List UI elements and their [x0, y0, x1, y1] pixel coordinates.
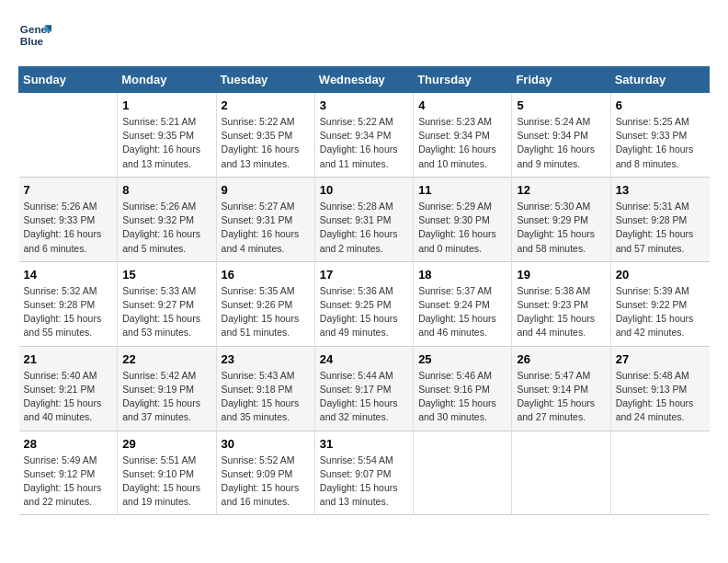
day-info: Sunrise: 5:40 AMSunset: 9:21 PMDaylight:… [24, 369, 113, 425]
day-number: 4 [418, 98, 506, 112]
week-row-3: 14Sunrise: 5:32 AMSunset: 9:28 PMDayligh… [19, 261, 710, 346]
day-info: Sunrise: 5:29 AMSunset: 9:30 PMDaylight:… [418, 200, 506, 256]
day-number: 31 [320, 437, 408, 451]
calendar-cell: 18Sunrise: 5:37 AMSunset: 9:24 PMDayligh… [414, 261, 512, 346]
day-info: Sunrise: 5:27 AMSunset: 9:31 PMDaylight:… [222, 200, 310, 256]
day-number: 5 [517, 98, 605, 112]
calendar-cell: 10Sunrise: 5:28 AMSunset: 9:31 PMDayligh… [314, 177, 413, 261]
day-number: 29 [122, 437, 210, 451]
page-header: General Blue [18, 18, 710, 52]
calendar-cell: 28Sunrise: 5:49 AMSunset: 9:12 PMDayligh… [19, 431, 118, 515]
calendar-cell: 19Sunrise: 5:38 AMSunset: 9:23 PMDayligh… [512, 261, 610, 346]
day-info: Sunrise: 5:28 AMSunset: 9:31 PMDaylight:… [320, 200, 408, 256]
calendar-cell: 4Sunrise: 5:23 AMSunset: 9:34 PMDaylight… [414, 93, 512, 178]
day-number: 9 [222, 183, 310, 197]
calendar-table: SundayMondayTuesdayWednesdayThursdayFrid… [18, 66, 710, 515]
calendar-cell: 7Sunrise: 5:26 AMSunset: 9:33 PMDaylight… [19, 177, 118, 261]
calendar-cell: 11Sunrise: 5:29 AMSunset: 9:30 PMDayligh… [414, 177, 512, 261]
day-number: 22 [122, 352, 210, 366]
day-number: 12 [517, 183, 605, 197]
logo: General Blue [18, 18, 51, 52]
day-number: 30 [222, 437, 310, 451]
day-info: Sunrise: 5:44 AMSunset: 9:17 PMDaylight:… [320, 369, 408, 425]
calendar-cell [19, 93, 118, 178]
day-info: Sunrise: 5:48 AMSunset: 9:13 PMDaylight:… [616, 369, 705, 425]
day-number: 10 [320, 183, 408, 197]
day-number: 15 [122, 268, 210, 282]
day-info: Sunrise: 5:30 AMSunset: 9:29 PMDaylight:… [517, 200, 605, 256]
calendar-cell: 9Sunrise: 5:27 AMSunset: 9:31 PMDaylight… [216, 177, 314, 261]
day-number: 21 [24, 352, 113, 366]
day-info: Sunrise: 5:51 AMSunset: 9:10 PMDaylight:… [122, 454, 210, 510]
column-header-tuesday: Tuesday [216, 67, 314, 93]
calendar-cell: 13Sunrise: 5:31 AMSunset: 9:28 PMDayligh… [610, 177, 709, 261]
column-header-thursday: Thursday [414, 67, 512, 93]
day-info: Sunrise: 5:21 AMSunset: 9:35 PMDaylight:… [122, 115, 210, 171]
day-number: 7 [24, 183, 113, 197]
day-info: Sunrise: 5:54 AMSunset: 9:07 PMDaylight:… [320, 454, 408, 510]
day-info: Sunrise: 5:52 AMSunset: 9:09 PMDaylight:… [222, 454, 310, 510]
day-info: Sunrise: 5:47 AMSunset: 9:14 PMDaylight:… [517, 369, 605, 425]
day-info: Sunrise: 5:49 AMSunset: 9:12 PMDaylight:… [24, 454, 113, 510]
day-info: Sunrise: 5:42 AMSunset: 9:19 PMDaylight:… [122, 369, 210, 425]
header-row: SundayMondayTuesdayWednesdayThursdayFrid… [19, 67, 710, 93]
day-info: Sunrise: 5:37 AMSunset: 9:24 PMDaylight:… [418, 284, 506, 340]
calendar-cell: 20Sunrise: 5:39 AMSunset: 9:22 PMDayligh… [610, 261, 709, 346]
day-number: 23 [222, 352, 310, 366]
day-number: 25 [418, 352, 506, 366]
day-number: 2 [222, 98, 310, 112]
column-header-sunday: Sunday [19, 67, 118, 93]
day-number: 14 [24, 268, 113, 282]
day-number: 6 [616, 98, 705, 112]
calendar-cell: 22Sunrise: 5:42 AMSunset: 9:19 PMDayligh… [118, 346, 216, 431]
calendar-cell: 27Sunrise: 5:48 AMSunset: 9:13 PMDayligh… [610, 346, 709, 431]
day-info: Sunrise: 5:26 AMSunset: 9:32 PMDaylight:… [122, 200, 210, 256]
calendar-cell: 6Sunrise: 5:25 AMSunset: 9:33 PMDaylight… [610, 93, 709, 178]
day-number: 8 [122, 183, 210, 197]
calendar-cell: 8Sunrise: 5:26 AMSunset: 9:32 PMDaylight… [118, 177, 216, 261]
calendar-cell: 5Sunrise: 5:24 AMSunset: 9:34 PMDaylight… [512, 93, 610, 178]
day-number: 17 [320, 268, 408, 282]
column-header-friday: Friday [512, 67, 610, 93]
svg-text:Blue: Blue [20, 35, 44, 47]
week-row-4: 21Sunrise: 5:40 AMSunset: 9:21 PMDayligh… [19, 346, 710, 431]
day-number: 28 [24, 437, 113, 451]
day-info: Sunrise: 5:31 AMSunset: 9:28 PMDaylight:… [616, 200, 705, 256]
day-info: Sunrise: 5:38 AMSunset: 9:23 PMDaylight:… [517, 284, 605, 340]
day-info: Sunrise: 5:24 AMSunset: 9:34 PMDaylight:… [517, 115, 605, 171]
calendar-cell: 14Sunrise: 5:32 AMSunset: 9:28 PMDayligh… [19, 261, 118, 346]
calendar-cell: 1Sunrise: 5:21 AMSunset: 9:35 PMDaylight… [118, 93, 216, 178]
calendar-cell: 21Sunrise: 5:40 AMSunset: 9:21 PMDayligh… [19, 346, 118, 431]
calendar-cell [414, 431, 512, 515]
logo-icon: General Blue [18, 18, 51, 52]
day-info: Sunrise: 5:36 AMSunset: 9:25 PMDaylight:… [320, 284, 408, 340]
day-info: Sunrise: 5:33 AMSunset: 9:27 PMDaylight:… [122, 284, 210, 340]
day-info: Sunrise: 5:22 AMSunset: 9:35 PMDaylight:… [222, 115, 310, 171]
calendar-cell: 2Sunrise: 5:22 AMSunset: 9:35 PMDaylight… [216, 93, 314, 178]
day-info: Sunrise: 5:43 AMSunset: 9:18 PMDaylight:… [222, 369, 310, 425]
day-number: 11 [418, 183, 506, 197]
day-number: 1 [122, 98, 210, 112]
day-info: Sunrise: 5:25 AMSunset: 9:33 PMDaylight:… [616, 115, 705, 171]
calendar-cell: 16Sunrise: 5:35 AMSunset: 9:26 PMDayligh… [216, 261, 314, 346]
calendar-cell: 12Sunrise: 5:30 AMSunset: 9:29 PMDayligh… [512, 177, 610, 261]
calendar-cell: 25Sunrise: 5:46 AMSunset: 9:16 PMDayligh… [414, 346, 512, 431]
day-number: 20 [616, 268, 705, 282]
day-info: Sunrise: 5:22 AMSunset: 9:34 PMDaylight:… [320, 115, 408, 171]
calendar-cell: 24Sunrise: 5:44 AMSunset: 9:17 PMDayligh… [314, 346, 413, 431]
day-number: 13 [616, 183, 705, 197]
column-header-saturday: Saturday [610, 67, 709, 93]
day-number: 18 [418, 268, 506, 282]
calendar-cell: 17Sunrise: 5:36 AMSunset: 9:25 PMDayligh… [314, 261, 413, 346]
day-info: Sunrise: 5:32 AMSunset: 9:28 PMDaylight:… [24, 284, 113, 340]
day-info: Sunrise: 5:46 AMSunset: 9:16 PMDaylight:… [418, 369, 506, 425]
calendar-cell: 30Sunrise: 5:52 AMSunset: 9:09 PMDayligh… [216, 431, 314, 515]
day-number: 16 [222, 268, 310, 282]
calendar-cell: 3Sunrise: 5:22 AMSunset: 9:34 PMDaylight… [314, 93, 413, 178]
day-number: 3 [320, 98, 408, 112]
week-row-1: 1Sunrise: 5:21 AMSunset: 9:35 PMDaylight… [19, 93, 710, 178]
calendar-cell [512, 431, 610, 515]
calendar-cell [610, 431, 709, 515]
column-header-monday: Monday [118, 67, 216, 93]
day-info: Sunrise: 5:35 AMSunset: 9:26 PMDaylight:… [222, 284, 310, 340]
